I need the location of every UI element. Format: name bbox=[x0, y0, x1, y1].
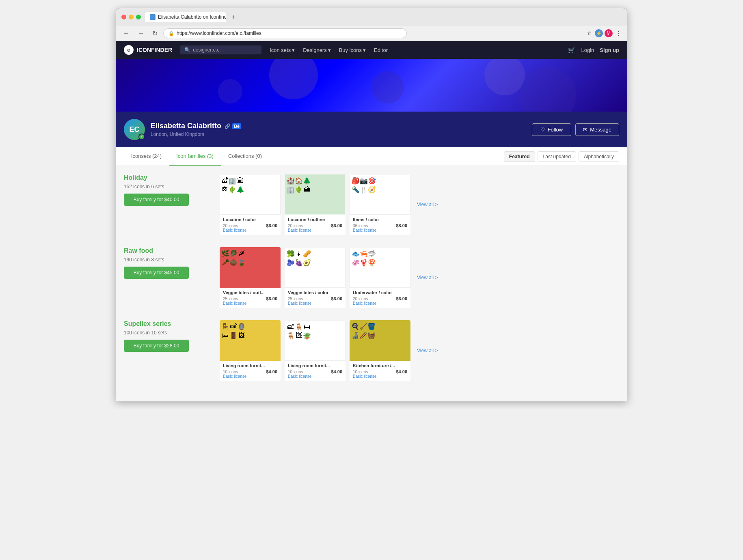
icon-cell: 🦑 bbox=[352, 258, 360, 267]
main-content: Holiday 152 icons in 6 sets Buy family f… bbox=[116, 166, 627, 401]
icon-cell: 🧹 bbox=[359, 322, 367, 331]
icon-price: $4.00 bbox=[396, 369, 407, 374]
url-text: https://www.iconfinder.com/e.c./families bbox=[177, 30, 402, 36]
minimize-window-button[interactable] bbox=[129, 15, 134, 19]
active-tab[interactable]: Elisabetta Calabritto on Iconfinc... ✕ bbox=[145, 12, 226, 22]
search-icon: 🔍 bbox=[184, 47, 190, 53]
search-input[interactable]: designer:e.c bbox=[193, 47, 219, 53]
ssl-lock-icon: 🔒 bbox=[168, 31, 174, 36]
forward-button[interactable]: → bbox=[135, 29, 147, 38]
icon-card-living-room-2: 🛋 🪑 🛏 🪑 🖼 🪴 Living room furnit... bbox=[285, 320, 346, 381]
logo-area: ⊙ ICONFINDER bbox=[124, 45, 172, 55]
link-icon[interactable]: 🔗 bbox=[225, 123, 231, 129]
nav-designers[interactable]: Designers ▾ bbox=[303, 47, 331, 53]
nav-editor[interactable]: Editor bbox=[374, 47, 388, 53]
icon-card-living-room-1-preview[interactable]: 🪑 🛋 🪞 🛏 🚪 🖼 bbox=[220, 320, 281, 361]
behance-icon[interactable]: Bē bbox=[232, 123, 241, 129]
icon-cell: 🛏 bbox=[303, 322, 311, 331]
icon-cell: 🌲 bbox=[236, 185, 244, 194]
icon-cell: 🪑 bbox=[295, 322, 303, 331]
follow-button[interactable]: ♡ Follow bbox=[532, 123, 572, 136]
icon-cell: 🍃 bbox=[238, 258, 246, 267]
icon-price: $4.00 bbox=[331, 369, 342, 374]
icon-card-name: Location / outline bbox=[288, 217, 342, 222]
icon-card-sub: 20 icons $6.00 bbox=[288, 223, 342, 228]
new-tab-button[interactable]: + bbox=[229, 13, 238, 22]
avatar: EC ✓ bbox=[124, 119, 145, 140]
message-icon: ✉ bbox=[583, 127, 587, 133]
family-supellex-buy-button[interactable]: Buy family for $28.00 bbox=[124, 340, 189, 352]
icon-license: Basic license bbox=[223, 301, 277, 306]
icon-card-items-color-info: Items / color 36 icons $8.00 Basic licen… bbox=[350, 215, 410, 235]
bookmark-icon[interactable]: ☆ bbox=[585, 29, 593, 37]
message-button[interactable]: ✉ Message bbox=[575, 123, 619, 136]
icon-cell: 🏕 bbox=[222, 176, 228, 185]
icon-cell: 🛋 bbox=[287, 322, 295, 331]
close-window-button[interactable] bbox=[121, 15, 126, 19]
icon-cell: 🔦 bbox=[352, 185, 360, 194]
icon-cell: 🥦 bbox=[287, 249, 295, 258]
logo-text[interactable]: ICONFINDER bbox=[137, 47, 172, 53]
icon-cell: 📷 bbox=[360, 176, 368, 185]
icon-cell: 🍇 bbox=[295, 258, 303, 267]
maximize-window-button[interactable] bbox=[136, 15, 141, 19]
browser-titlebar: Elisabetta Calabritto on Iconfinc... ✕ + bbox=[116, 8, 627, 26]
icon-card-sub: 10 icons $4.00 bbox=[288, 369, 342, 374]
family-holiday-view-all[interactable]: View all > bbox=[415, 199, 440, 210]
nav-icon-sets-chevron: ▾ bbox=[292, 47, 295, 53]
address-bar[interactable]: 🔒 https://www.iconfinder.com/e.c./famili… bbox=[163, 28, 407, 38]
refresh-button[interactable]: ↻ bbox=[150, 29, 160, 38]
icon-cell: 🛋 bbox=[229, 322, 238, 331]
login-link[interactable]: Login bbox=[581, 47, 594, 53]
family-raw-food-info: Raw food 190 icons in 8 sets Buy family … bbox=[124, 247, 213, 308]
family-raw-food-name: Raw food bbox=[124, 247, 213, 254]
family-raw-food-buy-button[interactable]: Buy family for $45.00 bbox=[124, 267, 189, 279]
sort-alphabetically-button[interactable]: Alphabetically bbox=[579, 151, 619, 162]
tab-collections[interactable]: Collections (0) bbox=[221, 147, 269, 166]
icon-cell: 🏚 bbox=[222, 185, 228, 194]
icon-card-name: Living room furnit... bbox=[223, 363, 277, 368]
icon-card-location-outline: 🏰 🏠 🌲 🏢 🌵 🏔 Location / outline bbox=[285, 174, 346, 235]
family-holiday-buy-button[interactable]: Buy family for $40.00 bbox=[124, 194, 189, 206]
icon-card-items-color-preview[interactable]: 🎒 📷 🎯 🔦 🍴 🧭 bbox=[350, 174, 410, 215]
extensions-icon[interactable]: ⚡ bbox=[595, 29, 603, 37]
icon-card-location-outline-preview[interactable]: 🏰 🏠 🌲 🏢 🌵 🏔 bbox=[285, 174, 346, 215]
signup-link[interactable]: Sign up bbox=[600, 47, 619, 53]
icon-count: 10 icons bbox=[288, 370, 303, 374]
icon-count: 25 icons bbox=[288, 297, 303, 301]
nav-buy-icons[interactable]: Buy icons ▾ bbox=[339, 47, 366, 53]
icon-card-living-room-2-preview[interactable]: 🛋 🪑 🛏 🪑 🖼 🪴 bbox=[285, 320, 346, 361]
sort-last-updated-button[interactable]: Last updated bbox=[538, 151, 576, 162]
icon-cell: 🧺 bbox=[367, 331, 376, 340]
more-icon[interactable]: ⋮ bbox=[614, 29, 622, 37]
icon-cell: 🍄 bbox=[368, 258, 376, 267]
tab-iconsets[interactable]: Iconsets (24) bbox=[124, 147, 169, 166]
family-supellex-view-all[interactable]: View all > bbox=[415, 345, 440, 356]
icon-cell: 🦐 bbox=[360, 249, 368, 258]
profile-icon[interactable]: M bbox=[605, 29, 613, 37]
icon-card-veggie-color-preview[interactable]: 🥦 🌡 🥜 🫐 🍇 🥑 bbox=[285, 247, 346, 288]
icon-card-veggie-color: 🥦 🌡 🥜 🫐 🍇 🥑 Veggie bites / color bbox=[285, 247, 346, 308]
tab-icon-families-label: Icon families (3) bbox=[176, 153, 214, 159]
website-content: ⊙ ICONFINDER 🔍 designer:e.c Icon sets ▾ … bbox=[116, 41, 627, 401]
cart-icon[interactable]: 🛒 bbox=[568, 46, 576, 54]
back-button[interactable]: ← bbox=[121, 29, 132, 38]
message-label: Message bbox=[590, 127, 611, 133]
icon-card-sub: 36 icons $8.00 bbox=[353, 223, 407, 228]
heart-icon: ♡ bbox=[540, 127, 545, 133]
icon-card-sub: 10 icons $4.00 bbox=[223, 369, 277, 374]
family-raw-food-view-all[interactable]: View all > bbox=[415, 272, 440, 283]
profile-name-icons: 🔗 Bē bbox=[225, 123, 241, 129]
icon-card-kitchen-furniture-preview[interactable]: 🍳 🧹 🪣 🍶 🥢 🧺 bbox=[350, 320, 410, 361]
icon-card-location-color-preview[interactable]: 🏕 🏢 🏛 🏚 🌵 🌲 bbox=[220, 174, 281, 215]
icon-card-sub: 20 icons $6.00 bbox=[353, 296, 407, 301]
icon-card-underwater-color-preview[interactable]: 🐟 🦐 🦈 🦑 🦞 🍄 bbox=[350, 247, 410, 288]
nav-icon-sets[interactable]: Icon sets ▾ bbox=[270, 47, 295, 53]
tab-icon-families[interactable]: Icon families (3) bbox=[169, 147, 221, 166]
icon-card-name: Kitchen furniture /... bbox=[353, 363, 407, 368]
sort-featured-button[interactable]: Featured bbox=[504, 151, 535, 162]
family-supellex-meta: 100 icons in 10 sets bbox=[124, 330, 213, 336]
icon-card-veggie-outline-preview[interactable]: 🌿 🥬 🌶 🥕 🧅 🍃 bbox=[220, 247, 281, 288]
icon-card-name: Location / color bbox=[223, 217, 277, 222]
nav-search-box[interactable]: 🔍 designer:e.c bbox=[180, 45, 261, 54]
